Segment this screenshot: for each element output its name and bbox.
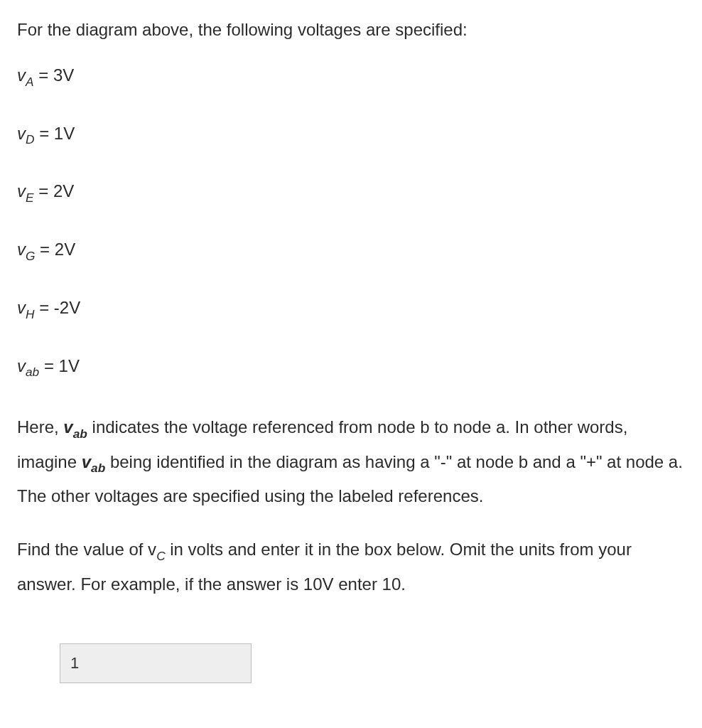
eq-sym: v: [17, 298, 26, 317]
question-sub: C: [156, 549, 165, 563]
equation-vab: vab = 1V: [17, 353, 685, 382]
question-text: Find the value of vC in volts and enter …: [17, 533, 685, 601]
vab-symbol: v: [82, 452, 91, 471]
eq-rhs: = 2V: [35, 240, 75, 259]
vab-sub: ab: [91, 461, 105, 475]
eq-sub: H: [26, 307, 34, 321]
equation-vH: vH = -2V: [17, 295, 685, 323]
eq-rhs: = 1V: [34, 124, 75, 143]
eq-sym: v: [17, 356, 26, 375]
eq-sub: D: [26, 132, 34, 146]
explain-part: Here,: [17, 417, 63, 437]
eq-sub: ab: [26, 365, 39, 379]
eq-rhs: = -2V: [34, 298, 80, 317]
eq-sub: A: [26, 75, 34, 89]
vab-symbol: v: [63, 417, 72, 437]
eq-sym: v: [17, 240, 26, 259]
intro-text: For the diagram above, the following vol…: [17, 17, 685, 43]
vab-sub: ab: [73, 427, 87, 441]
equation-vD: vD = 1V: [17, 121, 685, 149]
eq-sub: E: [26, 191, 34, 205]
eq-rhs: = 1V: [39, 356, 80, 375]
eq-sym: v: [17, 124, 26, 143]
question-part: Find the value of v: [17, 540, 156, 559]
eq-rhs: = 3V: [34, 65, 75, 85]
eq-rhs: = 2V: [34, 181, 75, 200]
eq-sym: v: [17, 65, 26, 85]
eq-sym: v: [17, 181, 26, 200]
eq-sub: G: [26, 249, 35, 263]
equation-vA: vA = 3V: [17, 63, 685, 91]
explanation-text: Here, vab indicates the voltage referenc…: [17, 411, 685, 513]
equation-vG: vG = 2V: [17, 237, 685, 265]
answer-container: [60, 643, 685, 683]
answer-input[interactable]: [60, 643, 252, 683]
explain-part: being identified in the diagram as havin…: [17, 452, 683, 505]
equation-vE: vE = 2V: [17, 178, 685, 207]
